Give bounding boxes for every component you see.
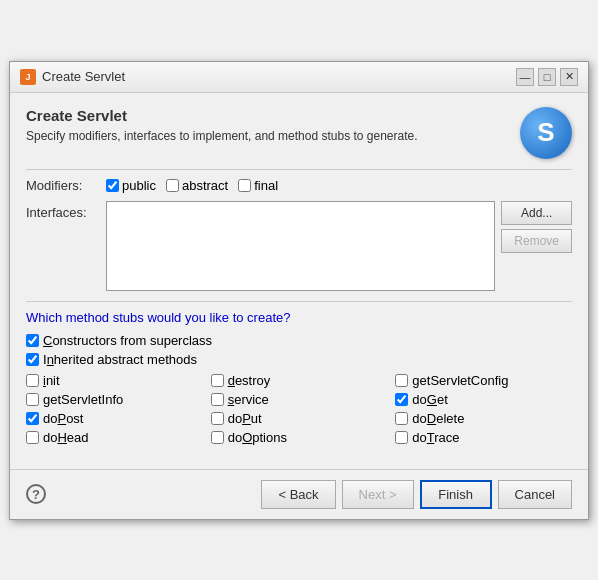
spring-logo: S	[520, 107, 572, 159]
interfaces-label: Interfaces:	[26, 201, 106, 220]
dooptions-checkbox[interactable]	[211, 431, 224, 444]
constructors-label: Constructors from superclass	[43, 333, 212, 348]
footer-right: < Back Next > Finish Cancel	[261, 480, 572, 509]
destroy-method[interactable]: destroy	[211, 373, 388, 388]
doget-checkbox[interactable]	[395, 393, 408, 406]
final-modifier[interactable]: final	[238, 178, 278, 193]
constructors-checkbox[interactable]	[26, 334, 39, 347]
dialog-content: Create Servlet Specify modifiers, interf…	[10, 93, 588, 469]
dialog-footer: ? < Back Next > Finish Cancel	[10, 469, 588, 519]
cancel-button[interactable]: Cancel	[498, 480, 572, 509]
dodelete-method[interactable]: doDelete	[395, 411, 572, 426]
init-checkbox[interactable]	[26, 374, 39, 387]
dohead-method[interactable]: doHead	[26, 430, 203, 445]
inherited-label: Inherited abstract methods	[43, 352, 197, 367]
doget-method[interactable]: doGet	[395, 392, 572, 407]
header-section: Create Servlet Specify modifiers, interf…	[26, 107, 572, 159]
doput-method[interactable]: doPut	[211, 411, 388, 426]
service-method[interactable]: service	[211, 392, 388, 407]
title-controls: — □ ✕	[516, 68, 578, 86]
separator-1	[26, 169, 572, 170]
next-button[interactable]: Next >	[342, 480, 414, 509]
getservletinfo-method[interactable]: getServletInfo	[26, 392, 203, 407]
dotrace-method[interactable]: doTrace	[395, 430, 572, 445]
modifiers-row: Modifiers: public abstract final	[26, 178, 572, 193]
getservletconfig-checkbox[interactable]	[395, 374, 408, 387]
dopost-method[interactable]: doPost	[26, 411, 203, 426]
back-button[interactable]: < Back	[261, 480, 335, 509]
page-description: Specify modifiers, interfaces to impleme…	[26, 128, 418, 145]
interfaces-section: Interfaces: Add... Remove	[26, 201, 572, 291]
abstract-checkbox[interactable]	[166, 179, 179, 192]
final-label: final	[254, 178, 278, 193]
create-servlet-dialog: J Create Servlet — □ ✕ Create Servlet Sp…	[9, 61, 589, 520]
getservletconfig-method[interactable]: getServletConfig	[395, 373, 572, 388]
method-stubs-title: Which method stubs would you like to cre…	[26, 310, 572, 325]
title-bar: J Create Servlet — □ ✕	[10, 62, 588, 93]
dohead-checkbox[interactable]	[26, 431, 39, 444]
finish-button[interactable]: Finish	[420, 480, 492, 509]
doput-checkbox[interactable]	[211, 412, 224, 425]
method-stubs-section: Which method stubs would you like to cre…	[26, 310, 572, 445]
final-checkbox[interactable]	[238, 179, 251, 192]
public-checkbox[interactable]	[106, 179, 119, 192]
help-button[interactable]: ?	[26, 484, 46, 504]
methods-grid: init destroy getServletConfig getServlet…	[26, 373, 572, 445]
inherited-checkbox-item[interactable]: Inherited abstract methods	[26, 352, 572, 367]
minimize-button[interactable]: —	[516, 68, 534, 86]
svg-text:J: J	[25, 72, 30, 82]
maximize-button[interactable]: □	[538, 68, 556, 86]
page-title: Create Servlet	[26, 107, 418, 124]
dotrace-checkbox[interactable]	[395, 431, 408, 444]
modifiers-group: public abstract final	[106, 178, 278, 193]
close-button[interactable]: ✕	[560, 68, 578, 86]
interfaces-listbox[interactable]	[106, 201, 495, 291]
modifiers-label: Modifiers:	[26, 178, 106, 193]
interfaces-buttons: Add... Remove	[501, 201, 572, 253]
separator-2	[26, 301, 572, 302]
add-button[interactable]: Add...	[501, 201, 572, 225]
public-label: public	[122, 178, 156, 193]
dialog-title: Create Servlet	[42, 69, 125, 84]
dodelete-checkbox[interactable]	[395, 412, 408, 425]
dopost-checkbox[interactable]	[26, 412, 39, 425]
footer-left: ?	[26, 484, 46, 504]
dooptions-method[interactable]: doOptions	[211, 430, 388, 445]
abstract-modifier[interactable]: abstract	[166, 178, 228, 193]
remove-button[interactable]: Remove	[501, 229, 572, 253]
constructors-checkbox-item[interactable]: Constructors from superclass	[26, 333, 572, 348]
destroy-checkbox[interactable]	[211, 374, 224, 387]
logo-letter: S	[537, 117, 554, 148]
title-bar-left: J Create Servlet	[20, 69, 125, 85]
inherited-checkbox[interactable]	[26, 353, 39, 366]
header-left: Create Servlet Specify modifiers, interf…	[26, 107, 418, 145]
getservletinfo-checkbox[interactable]	[26, 393, 39, 406]
init-method[interactable]: init	[26, 373, 203, 388]
service-checkbox[interactable]	[211, 393, 224, 406]
abstract-label: abstract	[182, 178, 228, 193]
app-icon: J	[20, 69, 36, 85]
public-modifier[interactable]: public	[106, 178, 156, 193]
